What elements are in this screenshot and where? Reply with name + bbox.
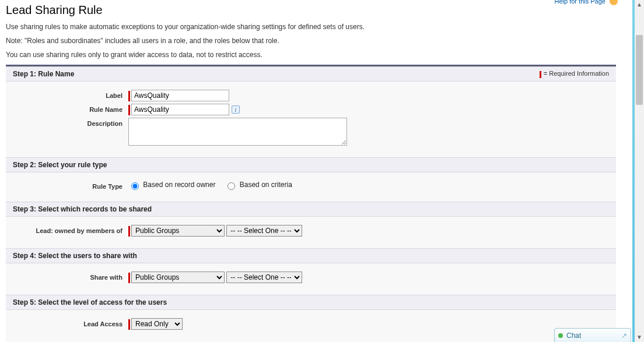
scroll-up-arrow-icon[interactable]: ▲ bbox=[635, 0, 644, 9]
rulename-input[interactable] bbox=[131, 104, 229, 115]
required-indicator-icon bbox=[128, 319, 130, 330]
share-with-target-select[interactable]: -- -- Select One -- -- bbox=[226, 272, 302, 283]
step2-title: Step 2: Select your rule type bbox=[13, 161, 107, 169]
scroll-down-arrow-icon[interactable]: ▼ bbox=[635, 333, 644, 342]
step4-title: Step 4: Select the users to share with bbox=[13, 252, 137, 260]
required-indicator-icon bbox=[128, 226, 130, 237]
chat-expand-icon[interactable]: ↗ bbox=[621, 332, 627, 340]
intro-paragraph-2: Note: "Roles and subordinates" includes … bbox=[6, 37, 616, 45]
form-area: Step 1: Rule Name = Required Information… bbox=[6, 65, 616, 342]
scroll-thumb[interactable] bbox=[636, 35, 643, 105]
rulename-field-label: Rule Name bbox=[6, 104, 128, 113]
description-textarea[interactable] bbox=[128, 118, 347, 146]
step4-header: Step 4: Select the users to share with bbox=[6, 248, 616, 263]
required-bar-icon bbox=[540, 71, 541, 78]
page-title: Lead Sharing Rule bbox=[6, 3, 616, 17]
label-input[interactable] bbox=[131, 90, 229, 101]
required-indicator-icon bbox=[128, 273, 130, 283]
ruletype-owner-option[interactable]: Based on record owner bbox=[128, 181, 215, 190]
lead-owned-label: Lead: owned by members of bbox=[6, 225, 128, 234]
step3-header: Step 3: Select which records to be share… bbox=[6, 202, 616, 217]
description-field-label: Description bbox=[6, 118, 128, 127]
share-with-label: Share with bbox=[6, 272, 128, 281]
ruletype-field-label: Rule Type bbox=[6, 181, 128, 190]
step5-title: Step 5: Select the level of access for t… bbox=[13, 298, 167, 306]
ruletype-criteria-option[interactable]: Based on criteria bbox=[225, 181, 292, 190]
help-icon bbox=[610, 0, 618, 5]
intro-paragraph-1: Use sharing rules to make automatic exce… bbox=[6, 23, 616, 31]
intro-paragraph-3: You can use sharing rules only to grant … bbox=[6, 51, 616, 59]
required-indicator-icon bbox=[128, 91, 130, 101]
chat-widget[interactable]: Chat ↗ bbox=[554, 328, 631, 342]
vertical-scrollbar[interactable]: ▲ ▼ bbox=[635, 0, 644, 342]
step2-header: Step 2: Select your rule type bbox=[6, 157, 616, 172]
info-icon[interactable]: i bbox=[232, 105, 240, 114]
required-indicator-icon bbox=[128, 105, 130, 115]
help-for-this-page-link[interactable]: Help for this Page bbox=[555, 0, 618, 6]
step1-header: Step 1: Rule Name = Required Information bbox=[6, 66, 616, 82]
lead-owned-group-select[interactable]: Public Groups bbox=[131, 225, 225, 237]
lead-access-select[interactable]: Read Only bbox=[131, 318, 183, 330]
lead-owned-target-select[interactable]: -- -- Select One -- -- bbox=[226, 225, 302, 237]
step1-title: Step 1: Rule Name bbox=[13, 70, 74, 78]
lead-access-label: Lead Access bbox=[6, 318, 128, 327]
share-with-group-select[interactable]: Public Groups bbox=[131, 272, 225, 283]
help-label: Help for this Page bbox=[555, 0, 606, 5]
step5-header: Step 5: Select the level of access for t… bbox=[6, 295, 616, 310]
step3-title: Step 3: Select which records to be share… bbox=[13, 205, 152, 213]
chat-label: Chat bbox=[566, 332, 581, 340]
presence-dot-icon bbox=[558, 333, 563, 338]
label-field-label: Label bbox=[6, 90, 128, 99]
required-info-legend: = Required Information bbox=[540, 70, 609, 77]
ruletype-criteria-radio[interactable] bbox=[228, 182, 235, 190]
ruletype-owner-radio[interactable] bbox=[131, 182, 139, 190]
